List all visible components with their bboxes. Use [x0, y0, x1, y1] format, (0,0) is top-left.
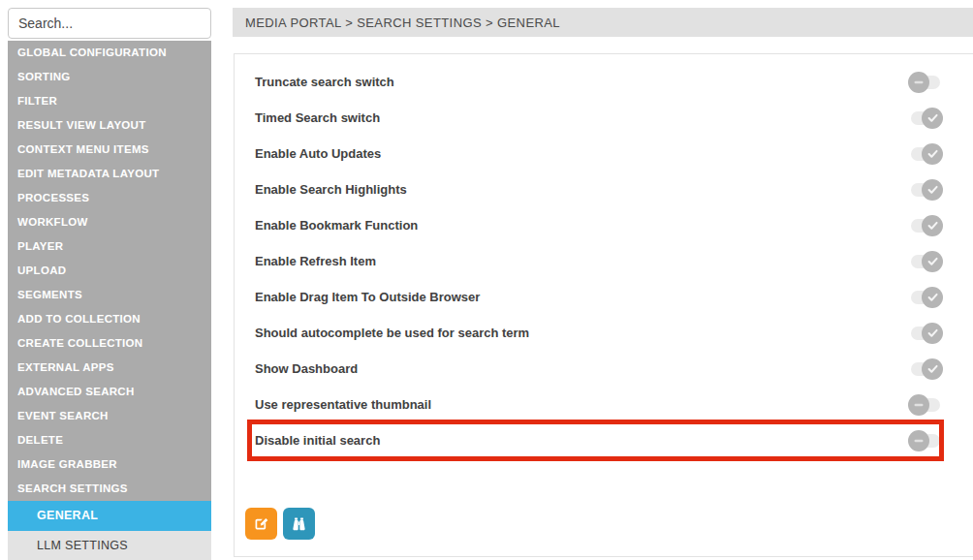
breadcrumb-text: MEDIA PORTAL > SEARCH SETTINGS > GENERAL — [245, 16, 560, 30]
minus-icon — [908, 430, 929, 451]
setting-row: Enable Search Highlights — [235, 171, 973, 207]
sidebar-item-segments[interactable]: SEGMENTS — [8, 283, 211, 307]
check-icon — [922, 108, 943, 129]
toggle-switch-on[interactable] — [911, 362, 940, 376]
setting-label: Timed Search switch — [255, 110, 380, 125]
setting-label: Use representative thumbnail — [255, 397, 431, 412]
toggle-switch-on[interactable] — [911, 111, 940, 125]
breadcrumb: MEDIA PORTAL > SEARCH SETTINGS > GENERAL — [233, 8, 973, 37]
sidebar-item-add-to-collection[interactable]: ADD TO COLLECTION — [8, 307, 211, 331]
sidebar-item-image-grabber[interactable]: IMAGE GRABBER — [8, 452, 211, 477]
check-icon — [922, 179, 943, 201]
setting-label: Enable Auto Updates — [255, 146, 381, 161]
setting-row: Truncate search switch — [235, 64, 973, 100]
setting-row: Enable Auto Updates — [235, 136, 973, 171]
toggle-switch-off[interactable] — [911, 434, 940, 448]
setting-row: Timed Search switch — [235, 100, 973, 136]
toggle-switch-off[interactable] — [911, 398, 940, 412]
pencil-square-icon — [253, 515, 269, 532]
sidebar-item-sorting[interactable]: SORTING — [8, 65, 211, 89]
sidebar-item-global-configuration[interactable]: GLOBAL CONFIGURATION — [8, 41, 211, 65]
edit-button[interactable] — [245, 508, 277, 540]
binoculars-icon — [291, 515, 307, 532]
check-icon — [922, 215, 943, 236]
toggle-switch-off[interactable] — [911, 76, 940, 89]
setting-label: Truncate search switch — [255, 75, 394, 89]
settings-panel: Truncate search switchTimed Search switc… — [234, 53, 973, 557]
check-icon — [922, 358, 943, 380]
action-buttons — [245, 508, 973, 540]
check-icon — [922, 323, 943, 344]
sidebar: GLOBAL CONFIGURATIONSORTINGFILTERRESULT … — [8, 8, 211, 560]
sidebar-item-context-menu-items[interactable]: CONTEXT MENU ITEMS — [8, 138, 211, 162]
setting-row: Use representative thumbnail — [235, 387, 973, 422]
check-icon — [922, 287, 943, 308]
sidebar-item-advanced-search[interactable]: ADVANCED SEARCH — [8, 380, 211, 404]
setting-row: Enable Drag Item To Outside Browser — [235, 279, 973, 315]
toggle-switch-on[interactable] — [911, 327, 940, 340]
toggle-switch-on[interactable] — [911, 219, 940, 233]
toggle-switch-on[interactable] — [911, 291, 940, 304]
sidebar-item-search-settings[interactable]: SEARCH SETTINGS — [8, 477, 211, 501]
sidebar-nav: GLOBAL CONFIGURATIONSORTINGFILTERRESULT … — [8, 41, 211, 560]
setting-label: Show Dashboard — [255, 361, 358, 376]
sidebar-item-event-search[interactable]: EVENT SEARCH — [8, 404, 211, 428]
sidebar-item-processes[interactable]: PROCESSES — [8, 186, 211, 210]
setting-label: Enable Refresh Item — [255, 254, 376, 268]
search-input[interactable] — [8, 8, 211, 39]
sidebar-item-upload[interactable]: UPLOAD — [8, 259, 211, 283]
sidebar-item-result-view-layout[interactable]: RESULT VIEW LAYOUT — [8, 113, 211, 138]
sidebar-item-edit-metadata-layout[interactable]: EDIT METADATA LAYOUT — [8, 162, 211, 186]
setting-label: Enable Search Highlights — [255, 182, 407, 197]
setting-label: Disable initial search — [255, 433, 380, 448]
sidebar-item-workflow[interactable]: WORKFLOW — [8, 210, 211, 234]
sidebar-item-delete[interactable]: DELETE — [8, 428, 211, 452]
sidebar-item-create-collection[interactable]: CREATE COLLECTION — [8, 331, 211, 356]
minus-icon — [908, 394, 929, 416]
sidebar-subitem-llm-settings[interactable]: LLM SETTINGS — [8, 531, 211, 560]
setting-label: Enable Bookmark Function — [255, 218, 418, 233]
settings-rows: Truncate search switchTimed Search switc… — [235, 54, 973, 458]
sidebar-item-filter[interactable]: FILTER — [8, 89, 211, 113]
check-icon — [922, 251, 943, 272]
toggle-switch-on[interactable] — [911, 255, 940, 268]
setting-row: Disable initial search — [235, 422, 973, 458]
check-icon — [922, 143, 943, 165]
toggle-switch-on[interactable] — [911, 147, 940, 161]
setting-row: Should autocomplete be used for search t… — [235, 315, 973, 351]
find-button[interactable] — [283, 508, 315, 540]
setting-label: Should autocomplete be used for search t… — [255, 326, 529, 340]
minus-icon — [908, 72, 929, 93]
sidebar-item-external-apps[interactable]: EXTERNAL APPS — [8, 356, 211, 380]
toggle-switch-on[interactable] — [911, 183, 940, 197]
setting-row: Enable Refresh Item — [235, 243, 973, 279]
setting-row: Enable Bookmark Function — [235, 207, 973, 243]
setting-label: Enable Drag Item To Outside Browser — [255, 290, 480, 304]
sidebar-item-player[interactable]: PLAYER — [8, 234, 211, 259]
sidebar-subitem-general[interactable]: GENERAL — [8, 501, 211, 531]
setting-row: Show Dashboard — [235, 351, 973, 387]
